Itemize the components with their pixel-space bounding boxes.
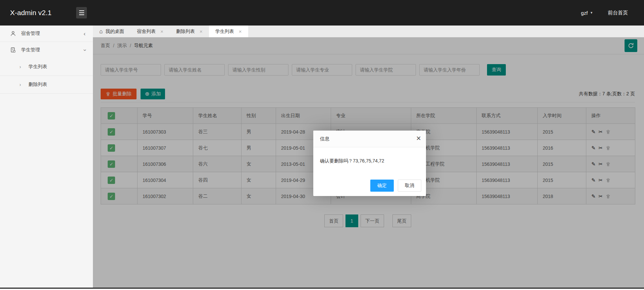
sidebar-item-deleted-list[interactable]: › 删除列表 xyxy=(0,76,93,94)
username: gzf xyxy=(581,10,588,16)
sidebar-item-label: 宿舍管理 xyxy=(21,31,84,37)
dialog-message: 确认要删除吗？73,76,75,74,72 xyxy=(313,147,426,164)
confirm-delete-dialog: 信息 × 确认要删除吗？73,76,75,74,72 确定 取消 xyxy=(313,131,426,196)
sidebar-item-student-list[interactable]: › 学生列表 xyxy=(0,58,93,76)
home-icon: ⌂ xyxy=(99,28,103,35)
bottom-divider xyxy=(0,288,644,289)
tab-label: 宿舍列表 xyxy=(137,29,156,35)
tab-deleted-list[interactable]: 删除列表 × xyxy=(170,26,209,37)
tab-close-icon[interactable]: × xyxy=(160,29,163,34)
user-dropdown[interactable]: gzf ▼ xyxy=(581,10,593,16)
tab-my-desktop[interactable]: ⌂ 我的桌面 xyxy=(93,26,130,37)
sidebar-fold-button[interactable] xyxy=(76,7,87,18)
tab-label: 我的桌面 xyxy=(105,29,124,35)
tab-label: 学生列表 xyxy=(215,29,234,35)
chevron-left-icon: ‹ xyxy=(84,31,86,37)
chevron-right-icon: › xyxy=(19,82,21,87)
sidebar-subitem-label: 学生列表 xyxy=(29,64,47,70)
cancel-button[interactable]: 取消 xyxy=(398,180,421,192)
tab-close-icon[interactable]: × xyxy=(239,29,242,34)
sidebar-item-label: 学生管理 xyxy=(21,47,84,53)
tab-dorm-list[interactable]: 宿舍列表 × xyxy=(130,26,170,37)
chevron-right-icon: › xyxy=(19,64,21,69)
sidebar: 宿舍管理 ‹ 学生管理 ‹ › 学生列表 › 删除列表 xyxy=(0,26,93,288)
topbar-right-area: gzf ▼ 前台首页 xyxy=(581,0,628,26)
caret-down-icon: ▼ xyxy=(590,11,593,14)
top-header-bar: X-admin v2.1 gzf ▼ 前台首页 xyxy=(0,0,644,26)
front-home-link[interactable]: 前台首页 xyxy=(608,10,628,16)
sidebar-item-dorm-management[interactable]: 宿舍管理 ‹ xyxy=(0,26,93,42)
close-icon[interactable]: × xyxy=(416,134,421,142)
dialog-title: 信息 xyxy=(313,131,426,147)
chevron-down-icon: ‹ xyxy=(82,49,88,51)
sidebar-item-student-management[interactable]: 学生管理 ‹ xyxy=(0,42,93,58)
tab-student-list[interactable]: 学生列表 × xyxy=(209,26,248,37)
hamburger-icon xyxy=(79,10,84,11)
app-brand: X-admin v2.1 xyxy=(10,0,52,26)
sidebar-subitem-label: 删除列表 xyxy=(29,82,47,88)
document-icon xyxy=(10,47,16,53)
tab-label: 删除列表 xyxy=(176,29,195,35)
tab-bar: ⌂ 我的桌面 宿舍列表 × 删除列表 × 学生列表 × xyxy=(93,26,644,37)
user-icon xyxy=(10,31,16,37)
tab-close-icon[interactable]: × xyxy=(200,29,203,34)
confirm-button[interactable]: 确定 xyxy=(370,180,394,192)
